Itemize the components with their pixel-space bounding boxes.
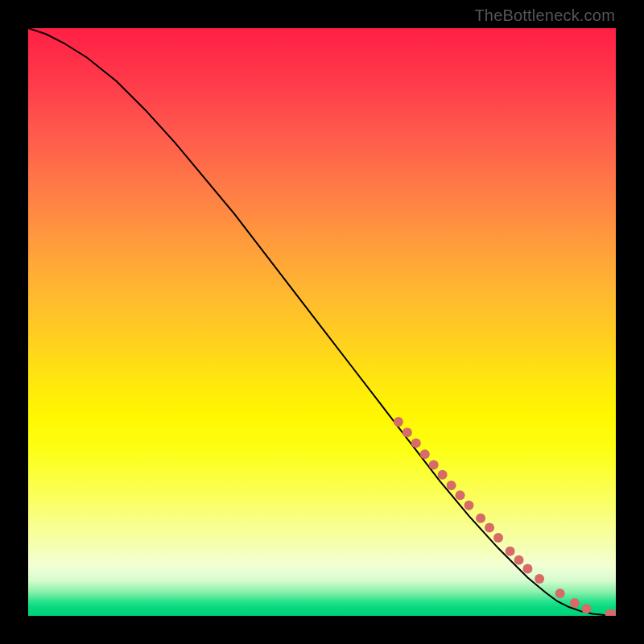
data-marker (485, 523, 494, 533)
data-marker (402, 427, 412, 437)
data-marker (476, 514, 485, 523)
data-marker (523, 564, 533, 574)
data-marker (493, 533, 503, 543)
data-marker (447, 481, 456, 490)
data-marker (555, 588, 565, 598)
attribution-label: TheBottleneck.com (474, 6, 615, 25)
chart-frame: TheBottleneck.com (0, 0, 644, 644)
data-marker (394, 417, 403, 427)
plot-area (28, 28, 616, 616)
data-marker (570, 598, 580, 608)
curve-line-group (28, 28, 616, 615)
data-marker (464, 501, 474, 510)
curve-line (28, 28, 616, 615)
data-marker (456, 490, 465, 500)
chart-svg (28, 28, 616, 616)
data-marker (411, 438, 421, 448)
data-marker (535, 574, 544, 584)
data-marker (582, 604, 592, 613)
data-marker (514, 555, 524, 565)
data-marker (429, 460, 439, 469)
data-marker (420, 449, 430, 459)
data-marker (438, 470, 448, 480)
marker-group (394, 417, 616, 616)
data-marker (506, 547, 515, 556)
